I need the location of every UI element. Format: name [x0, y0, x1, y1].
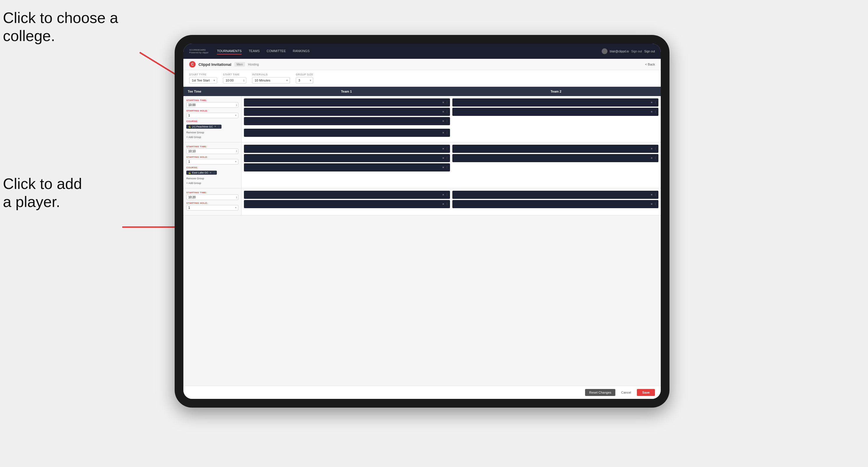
course-remove-icon-2[interactable]: ✕: [210, 172, 212, 174]
player-slot[interactable]: ✕ ⋮: [244, 117, 450, 125]
group-size-select-wrap: 3: [296, 77, 313, 84]
starting-hole-select-wrap-1: 1 ▼: [186, 113, 238, 118]
starting-hole-select-2[interactable]: 1: [186, 159, 238, 164]
player-options-btn[interactable]: ⋮: [654, 193, 657, 196]
player-remove-btn[interactable]: ✕: [651, 157, 653, 160]
player-options-btn[interactable]: ⋮: [654, 101, 657, 104]
start-type-select[interactable]: 1st Tee Start: [189, 77, 217, 84]
starting-hole-select-3[interactable]: 1: [186, 205, 238, 211]
team1-players-1: ✕ ⋮ ✕ ⋮ ✕ ⋮: [244, 98, 450, 126]
add-group-btn-2[interactable]: + Add Group: [186, 181, 238, 185]
player-slot[interactable]: ✕ ⋮: [452, 108, 658, 116]
starting-hole-label-3: STARTING HOLE:: [186, 202, 238, 205]
player-remove-btn[interactable]: ✕: [442, 203, 444, 206]
player-slot[interactable]: ✕ ⋮: [452, 200, 658, 208]
remove-group-btn-1[interactable]: Remove Group: [186, 130, 238, 134]
save-button[interactable]: Save: [637, 389, 655, 396]
player-remove-btn[interactable]: ✕: [442, 147, 444, 150]
slot-remove-btn[interactable]: ✕: [442, 131, 444, 134]
main-content[interactable]: STARTING TIME: ℹ STARTING HOLE: 1 ▼ COUR…: [183, 96, 661, 386]
player-options-btn[interactable]: ⋮: [446, 120, 448, 123]
intervals-select[interactable]: 10 Minutes: [252, 77, 290, 84]
player-slot[interactable]: ✕ ⋮: [452, 154, 658, 162]
player-options-btn[interactable]: ⋮: [446, 110, 448, 113]
starting-hole-select-1[interactable]: 1: [186, 113, 238, 118]
starting-hole-select-wrap-3: 1 ▼: [186, 205, 238, 211]
table-header: Tee Time Team 1 Team 2: [183, 87, 661, 96]
course-edit-icon-2[interactable]: ⋮: [213, 172, 215, 174]
player-options-btn[interactable]: ⋮: [654, 147, 657, 150]
annotation-choose-college: Click to choose a college.: [3, 9, 118, 45]
starting-hole-label-1: STARTING HOLE:: [186, 110, 238, 112]
start-time-input[interactable]: [223, 77, 246, 84]
course-tag-1[interactable]: ⛳ (A) Peachtree GC ✕ ⋮: [186, 125, 221, 129]
player-slot[interactable]: ✕ ⋮: [244, 163, 450, 172]
start-type-select-wrap: 1st Tee Start: [189, 77, 217, 84]
nav-brand-text: SCOREBOARD: [189, 49, 208, 51]
player-options-btn[interactable]: ⋮: [654, 203, 657, 206]
player-remove-btn[interactable]: ✕: [651, 203, 653, 206]
player-remove-btn[interactable]: ✕: [442, 166, 444, 169]
player-slot[interactable]: ✕ ⋮: [452, 98, 658, 106]
player-slot[interactable]: ✕ ⋮: [244, 108, 450, 116]
sign-out-text[interactable]: Sign out: [644, 50, 655, 53]
player-options-btn[interactable]: ⋮: [654, 110, 657, 113]
player-slot[interactable]: ✕ ⋮: [244, 98, 450, 106]
player-options-btn[interactable]: ⋮: [446, 147, 448, 150]
starting-time-input-1[interactable]: [186, 102, 238, 108]
player-slot[interactable]: ✕ ⋮: [452, 191, 658, 199]
nav-link-rankings[interactable]: RANKINGS: [293, 48, 309, 55]
player-options-btn[interactable]: ⋮: [446, 203, 448, 206]
flag-icon-2: ⛳: [188, 172, 191, 174]
group-left-3: STARTING TIME: ℹ STARTING HOLE: 1 ▼: [183, 188, 242, 215]
player-remove-btn[interactable]: ✕: [442, 101, 444, 104]
reset-changes-button[interactable]: Reset Changes: [585, 389, 615, 396]
start-type-label: Start Type: [189, 73, 217, 76]
nav-link-committee[interactable]: COMMITTEE: [267, 48, 286, 55]
player-options-btn[interactable]: ⋮: [446, 166, 448, 169]
slot-options-btn[interactable]: ⋮: [446, 131, 448, 134]
course-edit-icon-1[interactable]: ⋮: [217, 125, 220, 128]
starting-time-input-3[interactable]: [186, 194, 238, 200]
starting-time-input-2[interactable]: [186, 149, 238, 154]
player-slot[interactable]: ✕ ⋮: [452, 145, 658, 153]
course-tag-2[interactable]: ⛳ East Lake GC ✕ ⋮: [186, 170, 217, 175]
player-slot[interactable]: ✕ ⋮: [244, 191, 450, 199]
player-remove-btn[interactable]: ✕: [651, 193, 653, 196]
course-name-1: (A) Peachtree GC: [192, 125, 213, 128]
player-slot[interactable]: ✕ ⋮: [244, 145, 450, 153]
player-options-btn[interactable]: ⋮: [446, 157, 448, 160]
player-options-btn[interactable]: ⋮: [654, 157, 657, 160]
add-group-btn-1[interactable]: + Add Group: [186, 135, 238, 139]
hosting-label: Hosting: [248, 63, 259, 66]
annotation-add-player: Click to add a player.: [3, 175, 82, 211]
sign-out-link[interactable]: Sign out: [631, 50, 642, 53]
footer-bar: Reset Changes Cancel Save: [183, 386, 661, 399]
course-slot[interactable]: ✕ ⋮: [244, 129, 450, 137]
tournament-tag: Men: [234, 62, 245, 67]
back-button[interactable]: < Back: [645, 63, 655, 66]
player-slot[interactable]: ✕ ⋮: [244, 200, 450, 208]
player-remove-btn[interactable]: ✕: [442, 193, 444, 196]
player-remove-btn[interactable]: ✕: [651, 147, 653, 150]
course-remove-icon-1[interactable]: ✕: [214, 125, 216, 128]
group-size-select[interactable]: 3: [296, 77, 313, 84]
nav-brand: SCOREBOARD Powered by clippd: [189, 49, 208, 54]
settings-bar: Start Type 1st Tee Start Start Time ℹ In…: [183, 70, 661, 87]
course-label-2: COURSE:: [186, 166, 238, 169]
player-remove-btn[interactable]: ✕: [442, 157, 444, 160]
nav-link-teams[interactable]: TEAMS: [249, 48, 260, 55]
remove-group-btn-2[interactable]: Remove Group: [186, 177, 238, 181]
hole-arrow-icon-3: ▼: [235, 207, 237, 209]
player-remove-btn[interactable]: ✕: [651, 110, 653, 113]
player-slot[interactable]: ✕ ⋮: [244, 154, 450, 162]
player-options-btn[interactable]: ⋮: [446, 193, 448, 196]
player-options-btn[interactable]: ⋮: [446, 101, 448, 104]
player-remove-btn[interactable]: ✕: [651, 101, 653, 104]
cancel-button[interactable]: Cancel: [618, 389, 634, 396]
sub-header: C Clippd Invitational Men Hosting < Back: [183, 59, 661, 70]
nav-link-tournaments[interactable]: TOURNAMENTS: [217, 48, 242, 55]
player-remove-btn[interactable]: ✕: [442, 110, 444, 113]
group-row: STARTING TIME: ℹ STARTING HOLE: 1 ▼: [183, 188, 661, 215]
player-remove-btn[interactable]: ✕: [442, 120, 444, 123]
